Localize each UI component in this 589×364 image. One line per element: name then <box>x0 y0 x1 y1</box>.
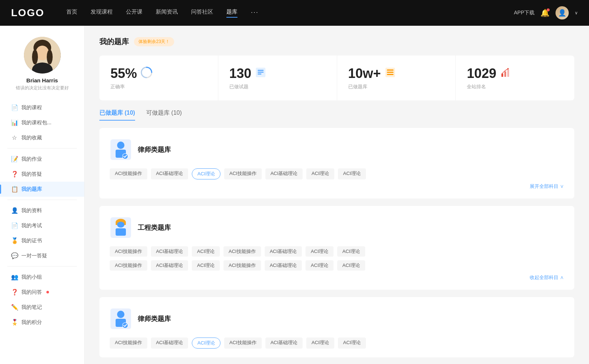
stat-correct-rate-label: 正确率 <box>110 83 207 90</box>
nav-question-bank[interactable]: 题库 <box>226 8 237 18</box>
bank-1-tag-r1-3[interactable]: ACI技能操作 <box>223 246 261 257</box>
sidebar-divider-3 <box>7 266 77 267</box>
sidebar-item-certificates[interactable]: 🏅 我的证书 <box>0 233 84 248</box>
bank-list: 律师类题库 ACI技能操作 ACI基础理论 ACI理论 ACI技能操作 ACI基… <box>99 128 574 357</box>
nav-news[interactable]: 新闻资讯 <box>156 8 178 18</box>
bank-card-0-footer[interactable]: 展开全部科目 ∨ <box>110 183 564 190</box>
sidebar-item-question-bank[interactable]: 📋 我的题库 <box>0 182 84 197</box>
sidebar-item-favorites[interactable]: ☆ 我的收藏 <box>0 130 84 145</box>
tab-bar: 已做题库 (10) 可做题库 (10) <box>99 109 574 121</box>
bank-1-tag-r2-4[interactable]: ACI基础理论 <box>265 260 302 271</box>
svg-rect-28 <box>116 228 126 236</box>
sidebar-item-profile[interactable]: 👤 我的资料 <box>0 203 84 218</box>
sidebar-item-points[interactable]: 🎖️ 我的积分 <box>0 315 84 330</box>
bank-1-tag-r1-0[interactable]: ACI技能操作 <box>110 246 147 257</box>
bank-2-tag-0[interactable]: ACI技能操作 <box>110 338 147 349</box>
stat-site-rank-value: 1029 <box>467 66 496 81</box>
stats-row: 55% 正确率 130 <box>99 56 574 100</box>
sidebar-item-courses-label: 我的课程 <box>21 104 42 111</box>
svg-point-20 <box>117 142 124 149</box>
bank-1-tag-r2-5[interactable]: ACI理论 <box>306 260 334 271</box>
nav-qa[interactable]: 问答社区 <box>191 8 213 18</box>
questions-icon: ❓ <box>11 171 18 178</box>
svg-point-27 <box>117 222 124 228</box>
nav-open-course[interactable]: 公开课 <box>126 8 142 18</box>
svg-rect-12 <box>387 69 394 71</box>
groups-icon: 👥 <box>11 274 18 281</box>
bank-0-tag-0[interactable]: ACI技能操作 <box>110 168 147 179</box>
page-title: 我的题库 <box>99 37 129 47</box>
bank-1-tag-r2-6[interactable]: ACI理论 <box>337 260 365 271</box>
nav-home[interactable]: 首页 <box>66 8 77 18</box>
bank-card-0: 律师类题库 ACI技能操作 ACI基础理论 ACI理论 ACI技能操作 ACI基… <box>99 128 574 199</box>
svg-rect-9 <box>258 72 264 73</box>
engineer-icon-1 <box>110 215 132 240</box>
svg-rect-8 <box>258 70 264 71</box>
bank-2-tag-3[interactable]: ACI技能操作 <box>224 338 262 349</box>
tab-done-banks[interactable]: 已做题库 (10) <box>99 109 135 121</box>
bank-1-tag-r1-6[interactable]: ACI理论 <box>337 246 365 257</box>
bank-card-1-tags-row2: ACI技能操作 ACI基础理论 ACI理论 ACI技能操作 ACI基础理论 AC… <box>110 260 564 271</box>
svg-point-18 <box>507 68 509 69</box>
bank-1-tag-r1-1[interactable]: ACI基础理论 <box>151 246 188 257</box>
sidebar-item-course-pkg[interactable]: 📊 我的课程包... <box>0 115 84 130</box>
user-menu-chevron[interactable]: ∨ <box>575 10 578 15</box>
sidebar-item-groups[interactable]: 👥 我的小组 <box>0 270 84 285</box>
bank-2-tag-6[interactable]: ACI理论 <box>338 338 366 349</box>
bank-2-tag-5[interactable]: ACI理论 <box>306 338 334 349</box>
sidebar-item-exams-label: 我的考试 <box>21 222 42 229</box>
exams-icon: 📄 <box>11 222 18 229</box>
svg-rect-16 <box>504 71 506 77</box>
stat-correct-rate: 55% 正确率 <box>99 56 218 100</box>
sidebar-item-groups-label: 我的小组 <box>21 274 42 281</box>
sidebar-item-course-pkg-label: 我的课程包... <box>21 119 52 126</box>
bank-0-tag-6[interactable]: ACI理论 <box>338 168 366 179</box>
bank-0-tag-3[interactable]: ACI技能操作 <box>224 168 262 179</box>
bank-1-tag-r2-1[interactable]: ACI基础理论 <box>151 260 188 271</box>
sidebar-item-homework-label: 我的作业 <box>21 156 42 163</box>
bank-1-tag-r1-5[interactable]: ACI理论 <box>306 246 334 257</box>
bank-card-0-title: 律师类题库 <box>138 145 171 154</box>
sidebar-item-exams[interactable]: 📄 我的考试 <box>0 218 84 233</box>
bank-0-tag-2[interactable]: ACI理论 <box>192 168 221 179</box>
sidebar-item-questions[interactable]: ❓ 我的答疑 <box>0 167 84 182</box>
bank-1-tag-r2-0[interactable]: ACI技能操作 <box>110 260 147 271</box>
stat-list-icon <box>255 67 266 81</box>
stat-chart-icon <box>500 67 511 81</box>
bank-card-1-header: 工程类题库 <box>110 215 564 240</box>
sidebar-item-my-qa[interactable]: ❓ 我的问答 <box>0 285 84 300</box>
sidebar-divider-1 <box>7 148 77 149</box>
bank-0-tag-1[interactable]: ACI基础理论 <box>151 168 188 179</box>
bank-0-tag-4[interactable]: ACI基础理论 <box>265 168 303 179</box>
sidebar-item-1on1[interactable]: 💬 一对一答疑 <box>0 248 84 263</box>
logo[interactable]: LOGO <box>11 7 44 19</box>
bank-1-tag-r2-2[interactable]: ACI理论 <box>192 260 220 271</box>
bank-1-tag-r1-2[interactable]: ACI理论 <box>192 246 220 257</box>
bank-card-2: 律师类题库 ACI技能操作 ACI基础理论 ACI理论 ACI技能操作 ACI基… <box>99 297 574 357</box>
bank-2-tag-4[interactable]: ACI基础理论 <box>265 338 303 349</box>
favorites-icon: ☆ <box>11 134 18 141</box>
qa-notification-badge <box>46 291 49 293</box>
sidebar-item-homework[interactable]: 📝 我的作业 <box>0 151 84 167</box>
bank-card-1-footer[interactable]: 收起全部科目 ∧ <box>110 274 564 281</box>
tab-available-banks[interactable]: 可做题库 (10) <box>146 109 182 121</box>
stat-site-rank-label: 全站排名 <box>467 83 563 90</box>
notification-bell[interactable]: 🔔 <box>540 8 550 17</box>
bank-card-2-tags: ACI技能操作 ACI基础理论 ACI理论 ACI技能操作 ACI基础理论 AC… <box>110 338 564 349</box>
sidebar-item-notes[interactable]: ✏️ 我的笔记 <box>0 300 84 315</box>
sidebar-item-courses[interactable]: 📄 我的课程 <box>0 100 84 115</box>
bank-0-tag-5[interactable]: ACI理论 <box>306 168 334 179</box>
nav-discover[interactable]: 发现课程 <box>91 8 113 18</box>
bank-2-tag-1[interactable]: ACI基础理论 <box>151 338 188 349</box>
svg-rect-17 <box>507 69 509 77</box>
bank-2-tag-2[interactable]: ACI理论 <box>192 338 221 349</box>
lawyer-icon-2 <box>110 306 132 332</box>
nav-more[interactable]: ··· <box>251 8 258 18</box>
user-avatar[interactable]: 👤 <box>556 6 569 19</box>
app-download[interactable]: APP下载 <box>514 10 535 16</box>
bank-1-tag-r2-3[interactable]: ACI技能操作 <box>223 260 261 271</box>
profile-icon: 👤 <box>11 207 18 214</box>
bank-card-0-tags: ACI技能操作 ACI基础理论 ACI理论 ACI技能操作 ACI基础理论 AC… <box>110 168 564 179</box>
lawyer-icon-0 <box>110 137 132 163</box>
bank-1-tag-r1-4[interactable]: ACI基础理论 <box>265 246 302 257</box>
